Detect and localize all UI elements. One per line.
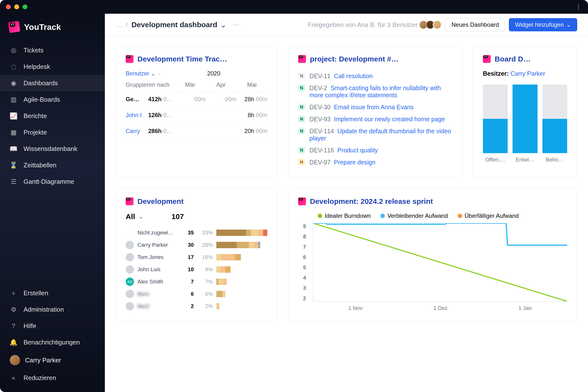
bar-segment bbox=[258, 242, 260, 248]
sidebar-item-tickets[interactable]: ◎Tickets bbox=[0, 42, 105, 58]
x-tick: 1 Dez bbox=[434, 305, 447, 312]
widget-title[interactable]: Board D… bbox=[483, 55, 567, 63]
bar-background bbox=[483, 84, 508, 153]
y-tick: 2 bbox=[303, 295, 306, 302]
bar-column: Offen,… bbox=[483, 84, 508, 163]
table-row[interactable]: Ge… 412h 0… 00m00m28h 00m bbox=[126, 92, 267, 107]
table-row[interactable]: Carry 286h 0… 20h 00m bbox=[126, 123, 267, 139]
close-window-icon[interactable] bbox=[6, 4, 11, 9]
widget-title[interactable]: Development bbox=[126, 197, 267, 206]
helpdesk-icon: ◌ bbox=[10, 63, 17, 70]
avatar bbox=[126, 228, 134, 237]
minimize-window-icon[interactable] bbox=[14, 4, 19, 9]
distribution-row[interactable]: John Luis 10 9% bbox=[126, 264, 267, 276]
legend-overdue: Überfälliger Aufwand bbox=[458, 212, 519, 219]
app-logo[interactable]: YouTrack bbox=[0, 20, 105, 42]
time-cell bbox=[175, 112, 206, 118]
app-name: YouTrack bbox=[24, 22, 61, 32]
bar-label: Offen,… bbox=[483, 156, 508, 163]
month-header: Mär bbox=[175, 81, 206, 88]
distribution-row[interactable]: AS Alex Smith 7 7% bbox=[126, 276, 267, 288]
collapse-icon: « bbox=[10, 374, 17, 382]
board-owner: Besitzer: Carry Parker bbox=[483, 70, 567, 77]
issue-row[interactable]: N DEV-2 Smart-casting fails to infer nul… bbox=[298, 82, 452, 101]
bar-segment bbox=[216, 303, 218, 310]
bar-segment bbox=[218, 303, 219, 310]
owner-link[interactable]: Carry Parker bbox=[510, 70, 545, 77]
issue-row[interactable]: N DEV-30 Email issue from Anna Evans bbox=[298, 101, 452, 113]
avatar bbox=[433, 20, 442, 29]
issue-row[interactable]: H DEV-97 Prepare design bbox=[298, 156, 452, 168]
table-row[interactable]: John I 126h 0… 8h 00m bbox=[126, 107, 267, 123]
plus-icon: ＋ bbox=[10, 290, 17, 297]
sidebar-item-projects[interactable]: ▦Projekte bbox=[0, 124, 105, 141]
plot-area bbox=[313, 223, 567, 302]
distribution-row[interactable]: blur2 2 2% bbox=[126, 300, 267, 312]
more-menu-icon[interactable]: ⋯ bbox=[233, 21, 239, 29]
stacked-bar bbox=[216, 278, 267, 285]
add-widget-button[interactable]: Widget hinzufügen⌄ bbox=[509, 18, 577, 31]
current-user[interactable]: Carry Parker bbox=[0, 350, 105, 370]
sidebar-item-reports[interactable]: 📈Berichte bbox=[0, 108, 105, 124]
chevron-down-icon: ⌄ bbox=[151, 70, 156, 77]
issue-row[interactable]: N DEV-93 Implement our newly created hom… bbox=[298, 113, 452, 125]
bar-segment bbox=[222, 254, 235, 260]
widget-title[interactable]: Development: 2024.2 release sprint bbox=[298, 197, 567, 206]
burndown-chart: 98765432 1 Nov1 Dez1 Jan bbox=[313, 223, 567, 312]
sidebar-item-admin[interactable]: ⚙Administration bbox=[0, 301, 105, 318]
issue-count: 6 bbox=[182, 291, 194, 297]
priority-badge: N bbox=[298, 72, 305, 80]
distribution-row[interactable]: Tom Jones 17 16% bbox=[126, 251, 267, 264]
distribution-row[interactable]: Carry Parker 30 28% bbox=[126, 239, 267, 251]
sidebar-item-label: Wissensdatenbank bbox=[24, 145, 78, 153]
bar-segment bbox=[216, 266, 220, 273]
sidebar-item-dashboards[interactable]: ◉Dashboards bbox=[0, 75, 105, 92]
expand-icon[interactable]: » bbox=[158, 71, 160, 76]
avatar bbox=[126, 253, 134, 262]
y-tick: 8 bbox=[303, 234, 306, 240]
sidebar-item-knowledge-base[interactable]: 📖Wissensdatenbank bbox=[0, 141, 105, 157]
distribution-row[interactable]: Nicht zugewi… 35 33% bbox=[126, 226, 267, 239]
hourglass-icon: ⌛ bbox=[10, 162, 17, 169]
collapse-sidebar-button[interactable]: «Reduzieren bbox=[0, 370, 105, 386]
gantt-icon: ☰ bbox=[10, 178, 17, 186]
chevron-down-icon: ⌄ bbox=[220, 20, 226, 29]
create-button[interactable]: ＋Erstellen bbox=[0, 285, 105, 301]
sidebar-item-notifications[interactable]: 🔔Benachrichtigungen bbox=[0, 334, 105, 350]
page-title[interactable]: Development dashboard⌄ bbox=[132, 20, 226, 29]
breadcrumb-separator: / bbox=[126, 21, 128, 28]
bar-background bbox=[542, 84, 567, 153]
widget-title[interactable]: Development Time Trac… bbox=[126, 55, 267, 63]
issue-percent: 6% bbox=[197, 291, 213, 297]
user-selector[interactable]: Benutzer ⌄ bbox=[126, 70, 158, 77]
sidebar-item-help[interactable]: ?Hilfe bbox=[0, 318, 105, 334]
sidebar-item-label: Administration bbox=[24, 306, 64, 313]
sidebar-item-agile-boards[interactable]: ▥Agile-Boards bbox=[0, 92, 105, 108]
issue-row[interactable]: N DEV-11 Call resolution bbox=[298, 70, 452, 82]
window-menu-icon[interactable]: ⋮ bbox=[575, 3, 582, 11]
maximize-window-icon[interactable] bbox=[22, 4, 28, 9]
total-hours: 412h 0… bbox=[148, 96, 175, 103]
bar-segment bbox=[251, 230, 258, 236]
breadcrumb-root[interactable]: … bbox=[116, 21, 122, 29]
bar-fill bbox=[542, 119, 567, 153]
issue-key: DEV-93 bbox=[310, 116, 330, 122]
shared-avatars[interactable] bbox=[421, 20, 442, 29]
chevron-down-icon: ⌄ bbox=[139, 214, 143, 220]
time-cell bbox=[206, 112, 236, 118]
issue-row[interactable]: N DEV-116 Product quality bbox=[298, 144, 452, 156]
x-axis: 1 Nov1 Dez1 Jan bbox=[313, 305, 567, 312]
share-text: Freigegeben von Ana B. für 3 Benutzer bbox=[308, 21, 418, 29]
new-dashboard-button[interactable]: Neues Dashboard bbox=[446, 18, 505, 31]
assignee-name: blur1 bbox=[138, 291, 179, 297]
board-bar-chart: Offen,… Entwi… Beho… bbox=[483, 84, 567, 163]
issue-row[interactable]: N DEV-114 Update the default thumbnail f… bbox=[298, 125, 452, 144]
widget-title[interactable]: project: Development #… bbox=[298, 55, 452, 63]
sidebar-item-timesheets[interactable]: ⌛Zeittabellen bbox=[0, 157, 105, 174]
sidebar-item-helpdesk[interactable]: ◌Helpdesk bbox=[0, 58, 105, 75]
sidebar-item-gantt[interactable]: ☰Gantt-Diagramme bbox=[0, 174, 105, 190]
user-name: Carry bbox=[126, 128, 148, 134]
distribution-row[interactable]: blur1 6 6% bbox=[126, 288, 267, 300]
development-filter[interactable]: All ⌄ 107 bbox=[126, 212, 267, 221]
time-cell: 00m bbox=[175, 96, 206, 103]
